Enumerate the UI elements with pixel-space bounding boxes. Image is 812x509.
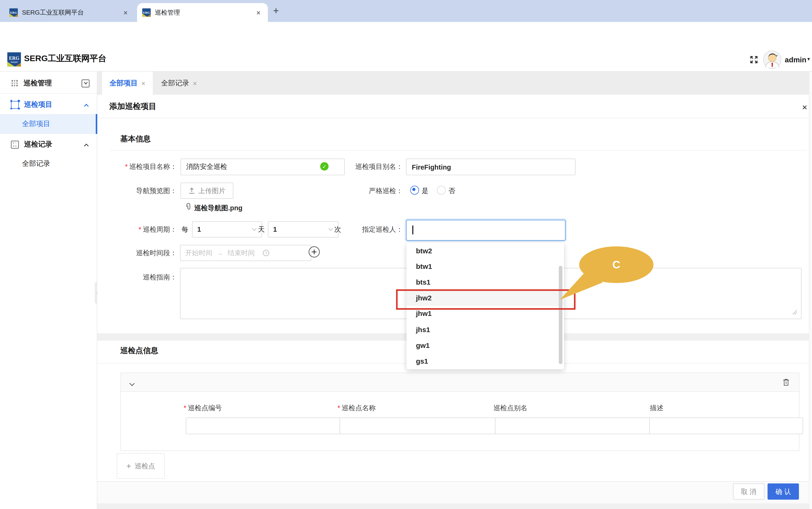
nav-preview-label: 导航预览图： <box>78 186 177 196</box>
plus-icon: + <box>126 462 131 470</box>
point-alias-input[interactable] <box>495 417 656 434</box>
point-alias-label: 巡检点别名 <box>493 403 528 413</box>
point-code-label: *巡检点编号 <box>184 403 222 413</box>
dropdown-option[interactable]: bts1 <box>406 274 564 290</box>
paperclip-icon <box>184 203 192 213</box>
period-label: 巡检时间段： <box>78 249 177 258</box>
end-time-placeholder: 结束时间 <box>228 248 255 258</box>
dropdown-option[interactable]: jhs1 <box>406 322 564 338</box>
project-group-icon <box>11 101 19 108</box>
user-avatar[interactable] <box>763 50 782 71</box>
point-desc-input[interactable] <box>649 417 803 434</box>
record-group-icon: +−×= <box>11 140 19 148</box>
guide-label: 巡检指南： <box>78 273 177 282</box>
sidebar-group-records[interactable]: +−×= 巡检记录 <box>0 137 97 152</box>
add-period-icon[interactable] <box>309 246 320 258</box>
chevron-up-icon[interactable] <box>84 100 89 109</box>
module-switcher-icon[interactable] <box>81 79 90 87</box>
apps-grid-icon <box>11 80 18 86</box>
point-panel: *巡检点编号 *巡检点名称 巡检点别名 描述 <box>121 373 800 451</box>
strict-yes-radio[interactable] <box>410 186 419 195</box>
attached-file-name[interactable]: 巡检导航图.png <box>194 203 242 213</box>
confirm-button[interactable]: 确 认 <box>768 483 799 500</box>
active-indicator <box>96 114 97 134</box>
app-title: SERG工业互联网平台 <box>24 54 106 64</box>
strict-no-radio[interactable] <box>437 186 446 195</box>
resize-handle-icon[interactable] <box>792 310 797 315</box>
sidebar-group-projects[interactable]: 巡检项目 <box>0 97 97 112</box>
cycle-label: *巡检周期： <box>78 225 177 234</box>
point-panel-header[interactable] <box>121 373 799 392</box>
cancel-button[interactable]: 取 消 <box>733 483 764 500</box>
dropdown-option[interactable]: btw2 <box>406 243 564 259</box>
bottom-strip <box>97 503 812 509</box>
cycle-every: 每 <box>181 225 189 234</box>
sidebar-divider <box>0 93 97 94</box>
cycle-interval-select[interactable]: 1 <box>192 221 262 238</box>
tab-close-icon[interactable]: × <box>141 79 145 87</box>
add-point-button[interactable]: + 巡检点 <box>117 453 165 479</box>
footer-bar <box>97 481 812 503</box>
section-points-info: 巡检点信息 <box>121 346 158 355</box>
point-code-input[interactable] <box>186 417 347 434</box>
section-basic-info: 基本信息 <box>121 134 151 144</box>
favicon-icon: ERG <box>9 8 18 17</box>
chevron-up-icon[interactable] <box>84 140 89 149</box>
browser-tab-strip: ERG SERG工业互联网平台 × ERG 巡检管理 × + <box>0 0 812 22</box>
upload-icon <box>189 187 195 194</box>
page-scrollbar[interactable] <box>809 72 812 509</box>
browser-toolbar: ← → https://serg.mixyun.com/mixapplicati… <box>0 22 812 47</box>
workspace-tab-all-records[interactable]: 全部记录 × <box>155 72 203 95</box>
dropdown-option[interactable]: btw1 <box>406 259 564 274</box>
chevron-down-icon <box>252 228 257 232</box>
project-alias-input[interactable] <box>406 159 576 175</box>
page-title: 添加巡检项目 <box>109 102 157 111</box>
strict-yes-label[interactable]: 是 <box>422 186 429 196</box>
user-menu-caret-icon[interactable]: ▾ <box>807 56 810 62</box>
viewport: ERG SERG工业互联网平台 × ERG 巡检管理 × + ← → https… <box>0 0 812 509</box>
strict-inspection-label: 严格巡检： <box>314 186 403 196</box>
project-alias-label: 巡检项目别名： <box>314 162 403 172</box>
browser-tab-2-active[interactable]: ERG 巡检管理 × <box>137 3 268 22</box>
tab-close-icon[interactable]: × <box>193 79 197 87</box>
browser-tab-title: 巡检管理 <box>155 8 254 17</box>
sidebar-module-header[interactable]: 巡检管理 <box>0 75 97 91</box>
strict-no-label[interactable]: 否 <box>448 186 455 196</box>
sidebar-item-all-projects[interactable]: 全部项目 <box>0 114 97 134</box>
text-caret <box>412 226 413 235</box>
delete-point-icon[interactable] <box>783 378 789 388</box>
workspace-tabbar <box>97 72 812 95</box>
clock-icon <box>263 249 270 257</box>
tab-close-icon[interactable]: × <box>122 8 130 17</box>
new-tab-button[interactable]: + <box>273 5 279 17</box>
start-time-placeholder: 开始时间 <box>185 248 212 258</box>
app-header <box>0 47 812 71</box>
fullscreen-icon[interactable] <box>750 56 758 66</box>
workspace-tab-all-projects[interactable]: 全部项目 × <box>102 72 153 95</box>
project-name-label: *巡检项目名称： <box>78 162 177 172</box>
inspector-label: 指定巡检人： <box>314 225 403 234</box>
app-logo: ERG Sample <box>7 52 21 66</box>
point-name-input[interactable] <box>340 417 501 434</box>
callout-bubble: C <box>579 246 653 283</box>
point-desc-label: 描述 <box>650 403 663 413</box>
favicon-icon: ERG <box>142 8 151 17</box>
dropdown-option[interactable]: gw1 <box>406 338 564 353</box>
point-name-label: *巡检点名称 <box>338 403 376 413</box>
cycle-day: 天 <box>258 225 265 234</box>
time-range-picker[interactable]: 开始时间 → 结束时间 <box>180 245 311 261</box>
username[interactable]: admin <box>785 56 806 64</box>
annotation-red-box <box>396 289 576 310</box>
upload-image-button[interactable]: 上传图片 <box>180 182 233 199</box>
close-icon[interactable]: × <box>802 103 807 113</box>
tab-close-icon[interactable]: × <box>254 8 263 17</box>
browser-tab-title: SERG工业互联网平台 <box>22 8 121 17</box>
dropdown-option[interactable]: gs1 <box>406 353 564 369</box>
collapse-chevron-icon[interactable] <box>129 379 135 389</box>
sidebar-module-title: 巡检管理 <box>24 78 52 88</box>
browser-tab-1[interactable]: ERG SERG工业互联网平台 × <box>4 3 135 22</box>
inspector-input[interactable] <box>406 220 566 241</box>
range-arrow-icon: → <box>217 250 223 256</box>
